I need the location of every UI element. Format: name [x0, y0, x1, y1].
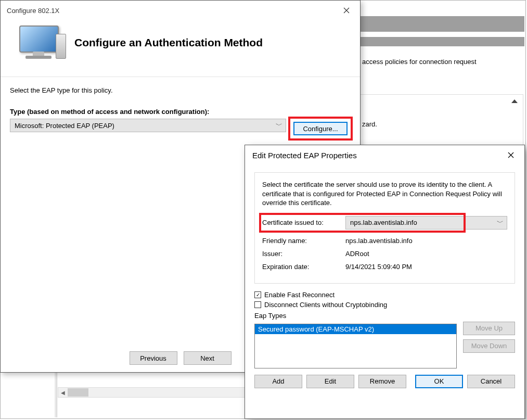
chevron-down-icon: ﹀ [276, 121, 282, 130]
issuer-label: Issuer: [262, 250, 345, 258]
fast-reconnect-label: Enable Fast Reconnect [264, 291, 335, 299]
next-button[interactable]: Next [184, 351, 232, 365]
add-button[interactable]: Add [254, 375, 302, 388]
close-icon [508, 152, 514, 158]
configure-button[interactable]: Configure... [293, 122, 348, 135]
chevron-down-icon: ﹀ [497, 218, 504, 227]
issuer-value: ADRoot [345, 250, 369, 258]
certificate-select[interactable]: nps.lab.aventislab.info ﹀ [345, 216, 507, 230]
fast-reconnect-checkbox[interactable]: ✓ [254, 291, 261, 298]
dialog-titlebar[interactable]: Edit Protected EAP Properties [245, 145, 524, 165]
cert-issued-label: Certificate issued to: [262, 219, 345, 226]
certificate-value: nps.lab.aventislab.info [350, 219, 417, 226]
eap-types-list[interactable]: Secured password (EAP-MSCHAP v2) [254, 324, 457, 368]
dialog-heading: Configure an Authentication Method [74, 36, 263, 49]
move-down-button[interactable]: Move Down [463, 339, 515, 353]
dialog-title: Edit Protected EAP Properties [252, 151, 500, 160]
close-button[interactable] [500, 148, 521, 162]
scroll-thumb[interactable] [68, 388, 88, 397]
computer-icon [16, 24, 63, 61]
close-button[interactable] [336, 3, 357, 18]
dialog-banner: Configure an Authentication Method [1, 20, 360, 77]
ok-button[interactable]: OK [415, 375, 463, 388]
friendly-name-value: nps.lab.aventislab.info [345, 237, 413, 245]
friendly-name-label: Friendly name: [262, 237, 345, 245]
collapse-icon[interactable] [511, 99, 518, 103]
eap-type-item[interactable]: Secured password (EAP-MSCHAP v2) [255, 324, 456, 334]
move-up-button[interactable]: Move Up [463, 322, 515, 335]
expiration-value: 9/14/2021 5:09:40 PM [345, 263, 412, 271]
remove-button[interactable]: Remove [358, 375, 406, 388]
type-label: Type (based on method of access and netw… [10, 108, 351, 116]
cancel-button[interactable]: Cancel [467, 375, 515, 388]
dialog-title: Configure 802.1X [7, 7, 336, 15]
edit-peap-dialog: Edit Protected EAP Properties Select the… [245, 145, 525, 419]
description-text: Select the certificate the server should… [262, 180, 507, 208]
eap-types-label: Eap Types [254, 312, 515, 320]
background-wizard-fragment: zard. [362, 120, 377, 128]
scroll-left-icon[interactable]: ◀ [58, 388, 68, 397]
eap-type-select[interactable]: Microsoft: Protected EAP (PEAP) ﹀ [10, 119, 286, 132]
close-icon [343, 7, 350, 14]
dialog-titlebar[interactable]: Configure 802.1X [1, 1, 360, 20]
instruction-text: Select the EAP type for this policy. [10, 86, 351, 94]
edit-button[interactable]: Edit [306, 375, 354, 388]
certificate-fieldset: Select the certificate the server should… [254, 172, 515, 284]
background-desc-fragment: access policies for connection request [362, 58, 477, 66]
cryptobinding-label: Disconnect Clients without Cryptobinding [264, 301, 387, 309]
cryptobinding-checkbox[interactable] [254, 301, 261, 308]
expiration-label: Expiration date: [262, 263, 345, 271]
eap-type-value: Microsoft: Protected EAP (PEAP) [15, 122, 114, 130]
previous-button[interactable]: Previous [130, 351, 177, 365]
splitter[interactable] [55, 365, 57, 417]
